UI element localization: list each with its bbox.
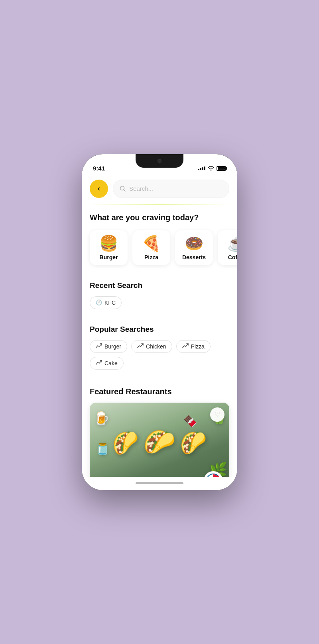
pizza-label: Pizza	[144, 254, 158, 260]
trending-icon-burger	[96, 343, 102, 349]
search-placeholder: Search...	[129, 185, 153, 192]
search-area: ‹ Search...	[82, 175, 237, 204]
featured-restaurants-title: Featured Restaurants	[90, 387, 229, 396]
recent-search-kfc[interactable]: 🕐 KFC	[90, 296, 122, 309]
burger-icon: 🍔	[99, 236, 118, 251]
trending-icon-pizza	[182, 343, 189, 349]
pizza-icon: 🍕	[142, 236, 161, 251]
taco-icon-2: 🌮	[142, 426, 177, 459]
popular-chips-row: Burger Chicken	[90, 340, 229, 370]
taco-icon-3: 🌮	[177, 427, 209, 458]
category-desserts[interactable]: 🍩 Desserts	[175, 230, 213, 265]
home-indicator	[82, 477, 237, 490]
camera	[158, 159, 161, 163]
recent-search-section: Recent Search 🕐 KFC	[82, 273, 237, 309]
dominos-logo	[206, 474, 221, 477]
favorite-button[interactable]: ♡	[210, 407, 224, 422]
wifi-icon	[208, 165, 214, 172]
trending-icon-chicken	[137, 343, 144, 349]
restaurant-image: 🍺 🫙 🌮 🌮 🌮 🫑 🌿 🍫	[90, 403, 229, 477]
recent-kfc-label: KFC	[104, 299, 116, 306]
battery-icon	[217, 166, 226, 171]
category-burger[interactable]: 🍔 Burger	[90, 230, 128, 265]
craving-section: What are you craving today?	[82, 205, 237, 222]
restaurant-bg: 🍺 🫙 🌮 🌮 🌮 🫑 🌿 🍫	[90, 403, 229, 477]
search-box[interactable]: Search...	[113, 180, 229, 198]
popular-pizza-label: Pizza	[191, 343, 205, 350]
phone-screen: 9:41	[82, 154, 237, 490]
popular-searches-section: Popular Searches Burger	[82, 317, 237, 370]
phone-frame: 9:41	[82, 154, 237, 490]
category-coffee[interactable]: ☕ Coffee	[218, 230, 237, 265]
status-time: 9:41	[93, 165, 105, 172]
heart-icon: ♡	[215, 411, 220, 418]
bottle-icon-3: 🍫	[183, 415, 197, 428]
craving-title: What are you craving today?	[90, 213, 229, 222]
coffee-icon: ☕	[227, 236, 237, 251]
notch	[136, 154, 183, 168]
main-scroll[interactable]: ‹ Search... What are you craving today?	[82, 175, 237, 477]
clock-icon: 🕐	[96, 299, 102, 305]
popular-cake[interactable]: Cake	[90, 357, 124, 370]
desserts-label: Desserts	[182, 254, 206, 260]
recent-search-title: Recent Search	[90, 281, 229, 290]
popular-burger[interactable]: Burger	[90, 340, 127, 353]
taco-icon-1: 🌮	[109, 426, 143, 459]
search-icon	[120, 186, 126, 192]
coffee-label: Coffee	[228, 254, 237, 260]
popular-chicken-label: Chicken	[146, 343, 166, 350]
popular-chicken[interactable]: Chicken	[131, 340, 172, 353]
category-pizza[interactable]: 🍕 Pizza	[132, 230, 170, 265]
status-icons	[198, 165, 226, 172]
restaurant-card-1[interactable]: 🍺 🫙 🌮 🌮 🌮 🫑 🌿 🍫	[90, 403, 229, 477]
popular-searches-title: Popular Searches	[90, 325, 229, 334]
burger-label: Burger	[100, 254, 118, 260]
categories-row[interactable]: 🍔 Burger 🍕 Pizza 🍩 Desserts ☕ Coffee	[82, 229, 237, 268]
back-arrow-icon: ‹	[98, 184, 100, 193]
signal-icon	[198, 166, 205, 170]
popular-cake-label: Cake	[104, 360, 118, 366]
popular-burger-label: Burger	[104, 343, 121, 350]
home-bar	[136, 482, 183, 484]
desserts-icon: 🍩	[185, 236, 203, 251]
trending-icon-cake	[96, 360, 102, 366]
food-items: 🌮 🌮 🌮	[90, 403, 229, 477]
back-button[interactable]: ‹	[90, 180, 108, 198]
popular-pizza[interactable]: Pizza	[176, 340, 211, 353]
featured-restaurants-section: Featured Restaurants	[82, 379, 237, 396]
